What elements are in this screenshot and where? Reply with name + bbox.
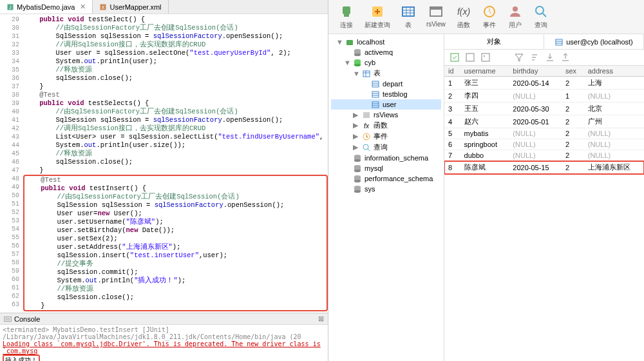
tree-node-localhost[interactable]: ▼localhost bbox=[331, 37, 441, 47]
code-line[interactable]: System.out.println("插入成功！"); bbox=[24, 277, 327, 285]
code-line[interactable]: List<User> user = sqlSession.selectList(… bbox=[23, 133, 328, 141]
table-row[interactable]: 3王五2020-05-302北京 bbox=[444, 102, 644, 115]
table-cell[interactable]: 7 bbox=[444, 150, 460, 161]
code-line[interactable]: //释放资源 bbox=[24, 285, 327, 293]
code-line[interactable]: } bbox=[24, 302, 327, 310]
code-line[interactable]: //提交事务 bbox=[24, 260, 327, 268]
table-cell[interactable]: 2 bbox=[562, 139, 584, 150]
toolbar-view[interactable]: rsView bbox=[421, 3, 451, 31]
table-cell[interactable]: 2020-05-15 bbox=[509, 161, 562, 174]
table-cell[interactable]: (NULL) bbox=[509, 150, 562, 161]
code-line[interactable]: //调用SqlSession接口，去实现数据库的CRUD bbox=[23, 124, 328, 133]
table-cell[interactable]: 6 bbox=[444, 139, 460, 150]
export-icon[interactable] bbox=[560, 52, 571, 63]
image-icon[interactable] bbox=[480, 52, 491, 63]
code-line[interactable]: //由SqlSessionFactory工厂去创建SqlSession(会话) bbox=[24, 193, 327, 201]
code-line[interactable]: sqlSession.close(); bbox=[23, 74, 328, 83]
toolbar-search[interactable]: 查询 bbox=[528, 3, 554, 31]
tree-node-表[interactable]: ▼表 bbox=[331, 68, 441, 79]
column-header[interactable]: birthday bbox=[509, 66, 562, 77]
table-cell[interactable]: 2 bbox=[562, 102, 584, 115]
code-line[interactable]: public void testSelects() { bbox=[23, 99, 328, 108]
code-line[interactable]: } bbox=[23, 166, 328, 175]
toolbar-plus[interactable]: 新建查询 bbox=[359, 3, 395, 31]
close-icon[interactable]: ✕ bbox=[80, 3, 86, 11]
table-cell[interactable]: 2 bbox=[562, 77, 584, 90]
table-cell[interactable]: 1 bbox=[562, 90, 584, 102]
table-cell[interactable]: 1 bbox=[444, 77, 460, 90]
table-cell[interactable]: springboot bbox=[460, 139, 509, 150]
code-line[interactable]: System.out.println(user.size()); bbox=[23, 141, 328, 150]
table-cell[interactable]: 赵六 bbox=[460, 115, 509, 128]
table-cell[interactable]: mybatis bbox=[460, 128, 509, 139]
table-cell[interactable]: 2 bbox=[562, 161, 584, 174]
data-table[interactable]: idusernamebirthdaysexaddress1张三2020-05-1… bbox=[444, 66, 644, 361]
code-line[interactable]: //释放资源 bbox=[23, 66, 328, 74]
code-line[interactable]: public void testInsert() { bbox=[24, 184, 327, 193]
table-cell[interactable]: (NULL) bbox=[584, 128, 644, 139]
toolbar-fx[interactable]: f(x)函数 bbox=[451, 3, 477, 31]
table-cell[interactable]: 8 bbox=[444, 161, 460, 174]
tree-node-information_schema[interactable]: information_schema bbox=[331, 153, 441, 163]
code-line[interactable]: sqlSession.close(); bbox=[23, 158, 328, 166]
tree-node-rsViews[interactable]: ▶rsViews bbox=[331, 110, 441, 120]
table-row[interactable]: 5mybatis(NULL)2(NULL) bbox=[444, 128, 644, 139]
code-line[interactable]: @Test bbox=[23, 91, 328, 99]
table-cell[interactable]: 陈彦斌 bbox=[460, 161, 509, 174]
code-area[interactable]: public void testSelect() { //由SqlSession… bbox=[23, 14, 328, 313]
table-cell[interactable]: (NULL) bbox=[584, 90, 644, 102]
code-line[interactable]: //释放资源 bbox=[23, 150, 328, 158]
tree-node-performance_schema[interactable]: performance_schema bbox=[331, 173, 441, 184]
table-cell[interactable]: 广州 bbox=[584, 115, 644, 128]
table-cell[interactable]: 北京 bbox=[584, 102, 644, 115]
table-cell[interactable]: 5 bbox=[444, 128, 460, 139]
code-line[interactable]: sqlSession.close(); bbox=[24, 293, 327, 302]
data-tab[interactable]: user@cyb (localhost) bbox=[544, 34, 644, 49]
table-row[interactable]: 2李四(NULL)1(NULL) bbox=[444, 90, 644, 102]
table-cell[interactable]: dubbo bbox=[460, 150, 509, 161]
tree-node-user[interactable]: user bbox=[331, 99, 441, 110]
code-line[interactable]: sqlSession.insert("test.insertUser",user… bbox=[24, 251, 327, 260]
toolbar-plug[interactable]: 连接 bbox=[334, 3, 359, 31]
column-header[interactable]: address bbox=[584, 66, 644, 77]
code-line[interactable]: } bbox=[23, 83, 328, 91]
console-body[interactable]: <terminated> MybatisDemo.testInsert [JUn… bbox=[0, 325, 328, 361]
table-cell[interactable]: 4 bbox=[444, 115, 460, 128]
text-icon[interactable] bbox=[465, 52, 475, 63]
code-line[interactable]: user.setUsername("陈彦斌"); bbox=[24, 218, 327, 226]
code-line[interactable]: //由SqlSessionFactory工厂去创建SqlSession(会话) bbox=[23, 24, 328, 32]
data-tab[interactable]: 对象 bbox=[444, 34, 544, 49]
toolbar-user[interactable]: 用户 bbox=[502, 3, 528, 31]
tree-node-函数[interactable]: ▶fx函数 bbox=[331, 120, 441, 131]
toolbar-clock[interactable]: 事件 bbox=[477, 3, 502, 31]
console-header[interactable]: Console ⊠ bbox=[0, 313, 328, 325]
code-line[interactable]: SqlSession sqlSession = sqlSessionFactor… bbox=[23, 32, 328, 41]
table-cell[interactable]: 2020-05-30 bbox=[509, 102, 562, 115]
editor-tab[interactable]: JMybatisDemo.java✕ bbox=[0, 0, 93, 14]
code-line[interactable]: User user=new User(); bbox=[24, 210, 327, 218]
table-cell[interactable]: 上海 bbox=[584, 77, 644, 90]
toolbar-table[interactable]: 表 bbox=[395, 3, 421, 31]
tree-node-查询[interactable]: ▶查询 bbox=[331, 142, 441, 153]
table-cell[interactable]: 张三 bbox=[460, 77, 509, 90]
table-cell[interactable]: (NULL) bbox=[509, 90, 562, 102]
tree-node-sys[interactable]: sys bbox=[331, 184, 441, 194]
code-line[interactable]: //由SqlSessionFactory工厂去创建SqlSession(会话) bbox=[23, 108, 328, 116]
code-line[interactable]: user.setSex(2); bbox=[24, 235, 327, 243]
code-line[interactable]: //调用SqlSession接口，去实现数据库的CRUD bbox=[23, 41, 328, 49]
begin-transaction-icon[interactable] bbox=[450, 52, 460, 63]
code-line[interactable]: user.setBirthday(new Date()); bbox=[24, 226, 327, 235]
close-icon[interactable]: ⊠ bbox=[318, 315, 324, 323]
code-line[interactable]: @Test bbox=[24, 176, 327, 184]
editor-tab[interactable]: XUserMapper.xml bbox=[93, 0, 168, 14]
code-line[interactable]: SqlSession sqlSession = sqlSessionFactor… bbox=[23, 116, 328, 124]
tree-node-cyb[interactable]: ▼cyb bbox=[331, 57, 441, 68]
tree-node-mysql[interactable]: mysql bbox=[331, 163, 441, 173]
table-cell[interactable]: 上海浦东新区 bbox=[584, 161, 644, 174]
filter-icon[interactable] bbox=[514, 52, 524, 63]
table-cell[interactable]: 2 bbox=[562, 150, 584, 161]
table-cell[interactable]: 2020-05-01 bbox=[509, 115, 562, 128]
column-header[interactable]: username bbox=[460, 66, 509, 77]
tree-node-activemq[interactable]: activemq bbox=[331, 47, 441, 57]
tree-node-testblog[interactable]: testblog bbox=[331, 89, 441, 99]
